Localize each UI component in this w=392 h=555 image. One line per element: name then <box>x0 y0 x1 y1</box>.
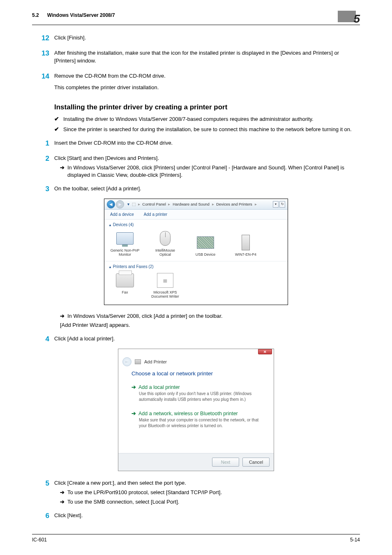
add-printer-dialog: ✕ ← Add Printer Choose a local or networ… <box>118 349 274 471</box>
printers-header-text: Printers and Faxes (2) <box>113 264 154 269</box>
back-button[interactable]: ← <box>122 357 131 366</box>
arrow-icon: ➔ <box>60 312 67 320</box>
nav-back-button[interactable]: ◄ <box>107 200 115 208</box>
sub-note: ➔ In Windows Vista/Server 2008, click [A… <box>54 312 360 320</box>
printer-label: Fax <box>122 290 128 294</box>
dialog-header: ← Add Printer <box>118 356 274 370</box>
step-13: 13 After finishing the installation, mak… <box>32 49 360 67</box>
dialog-titlebar: ✕ <box>118 349 274 356</box>
option-desc: Make sure that your computer is connecte… <box>131 417 265 428</box>
device-label: USB Device <box>196 252 216 257</box>
step-body: After finishing the installation, make s… <box>54 49 360 67</box>
figure-devices-printers: ◄ ► ▾ ⬚ ▸ Control Panel ▸ Hardware and S… <box>32 199 360 305</box>
address-search-controls: ▾ ↻ <box>273 201 285 208</box>
device-label: IntelliMouse Optical <box>150 248 180 257</box>
step-body: Click [Start] and then [Devices and Prin… <box>54 155 360 180</box>
option-network-printer[interactable]: ➔ Add a network, wireless or Bluetooth p… <box>131 410 265 428</box>
option-title: Add a local printer <box>138 384 180 390</box>
device-item[interactable]: IntelliMouse Optical <box>150 230 180 257</box>
step-text: Insert the Driver CD-ROM into the CD-ROM… <box>54 139 360 147</box>
explorer-window: ◄ ► ▾ ⬚ ▸ Control Panel ▸ Hardware and S… <box>104 199 288 305</box>
section-number: 5.2 <box>32 12 39 18</box>
cancel-button[interactable]: Cancel <box>242 458 270 467</box>
step-number: 12 <box>32 34 54 42</box>
close-button[interactable]: ✕ <box>258 349 272 354</box>
step-number: 5 <box>32 479 54 488</box>
add-device-link[interactable]: Add a device <box>110 212 134 217</box>
check-icon: ✔ <box>54 126 63 132</box>
section-title: Windows Vista/Server 2008/7 <box>47 12 115 18</box>
dialog-heading: Choose a local or network printer <box>131 370 265 377</box>
printers-section-header[interactable]: ▲ Printers and Faxes (2) <box>104 261 288 270</box>
dialog-footer: Next Cancel <box>118 453 274 471</box>
step-body: On the toolbar, select [Add a printer]. <box>54 185 360 194</box>
xps-printer-icon: ≣ <box>156 272 175 289</box>
device-label: Generic Non-PnP Monitor <box>110 248 140 257</box>
refresh-button[interactable]: ↻ <box>279 201 285 208</box>
devices-header-text: Devices (4) <box>113 222 134 227</box>
check-icon: ✔ <box>54 116 63 122</box>
printer-label: Microsoft XPS Document Writer <box>150 290 180 299</box>
device-item[interactable]: Generic Non-PnP Monitor <box>110 230 140 257</box>
section-label: 5.2 Windows Vista/Server 2008/7 <box>32 10 115 18</box>
step-12: 12 Click [Finish]. <box>32 34 360 44</box>
step-text: Click [Finish]. <box>54 34 360 42</box>
step-body: Remove the CD-ROM from the CD-ROM drive.… <box>54 72 360 94</box>
sub-text: To use the LPR/Port9100 protocol, select… <box>67 489 222 497</box>
toolbar: Add a device Add a printer <box>104 210 288 220</box>
result-note: [Add Printer Wizard] appears. <box>54 321 360 329</box>
dropdown-button[interactable]: ▾ <box>273 201 279 208</box>
step-2: 2 Click [Start] and then [Devices and Pr… <box>32 155 360 180</box>
prereq-item: ✔ Installing the driver to Windows Vista… <box>32 116 360 123</box>
address-bar: ◄ ► ▾ ⬚ ▸ Control Panel ▸ Hardware and S… <box>104 199 288 210</box>
monitor-icon <box>115 230 134 247</box>
usb-device-icon <box>196 234 215 251</box>
chapter-badge: 5 <box>338 10 360 23</box>
devices-section-header[interactable]: ▲ Devices (4) <box>104 220 288 228</box>
option-title-row: ➔ Add a local printer <box>131 384 265 390</box>
dialog-title: Add Printer <box>144 359 167 364</box>
prereq-text: Since the printer is searched for during… <box>63 126 360 134</box>
sub-text: To use the SMB connection, select [Local… <box>67 498 179 506</box>
step-number: 4 <box>32 335 54 343</box>
printer-item[interactable]: Fax <box>110 272 140 299</box>
step-body: Insert the Driver CD-ROM into the CD-ROM… <box>54 139 360 149</box>
breadcrumb[interactable]: ⬚ ▸ Control Panel ▸ Hardware and Sound ▸… <box>132 202 258 206</box>
step-14: 14 Remove the CD-ROM from the CD-ROM dri… <box>32 72 360 94</box>
nav-forward-button[interactable]: ► <box>116 200 124 208</box>
expand-icon: ▲ <box>108 223 112 227</box>
expand-icon: ▲ <box>108 265 112 269</box>
step-text: On the toolbar, select [Add a printer]. <box>54 185 360 193</box>
arrow-icon: ➔ <box>131 384 136 390</box>
content-area: 12 Click [Finish]. 13 After finishing th… <box>0 25 392 521</box>
step-text: Click [Start] and then [Devices and Prin… <box>54 155 360 162</box>
step-body: Click [Finish]. <box>54 34 360 44</box>
step-4: 4 Click [Add a local printer]. <box>32 335 360 345</box>
step-body: ➔ In Windows Vista/Server 2008, click [A… <box>54 311 360 330</box>
step-body: Click [Create a new port:], and then sel… <box>54 479 360 506</box>
devices-grid: Generic Non-PnP Monitor IntelliMouse Opt… <box>104 228 288 261</box>
breadcrumb-seg: Hardware and Sound <box>173 202 210 206</box>
option-title: Add a network, wireless or Bluetooth pri… <box>138 411 238 416</box>
sub-text: In Windows Vista/Server 2008, click [Pri… <box>67 164 360 180</box>
folder-icon: ⬚ <box>132 202 136 206</box>
printer-icon <box>135 359 141 364</box>
option-local-printer[interactable]: ➔ Add a local printer Use this option on… <box>131 384 265 402</box>
fax-icon <box>115 272 134 289</box>
arrow-icon: ➔ <box>131 410 136 416</box>
add-printer-link[interactable]: Add a printer <box>144 212 167 217</box>
step-number: 1 <box>32 139 54 148</box>
device-item[interactable]: WIN7-EN-P4 <box>231 234 261 257</box>
option-title-row: ➔ Add a network, wireless or Bluetooth p… <box>131 410 265 416</box>
step-number: 3 <box>32 185 54 193</box>
step-body: Click [Next]. <box>54 512 360 521</box>
breadcrumb-icon: ▾ <box>127 202 129 206</box>
device-label: WIN7-EN-P4 <box>235 252 256 257</box>
step-number: 2 <box>32 155 54 163</box>
footer-left: IC-601 <box>32 537 47 543</box>
printer-item[interactable]: ≣ Microsoft XPS Document Writer <box>150 272 180 299</box>
step-text: Click [Next]. <box>54 512 360 520</box>
next-button[interactable]: Next <box>212 458 239 467</box>
prereq-text: Installing the driver to Windows Vista/S… <box>63 116 360 123</box>
device-item[interactable]: USB Device <box>191 234 220 257</box>
